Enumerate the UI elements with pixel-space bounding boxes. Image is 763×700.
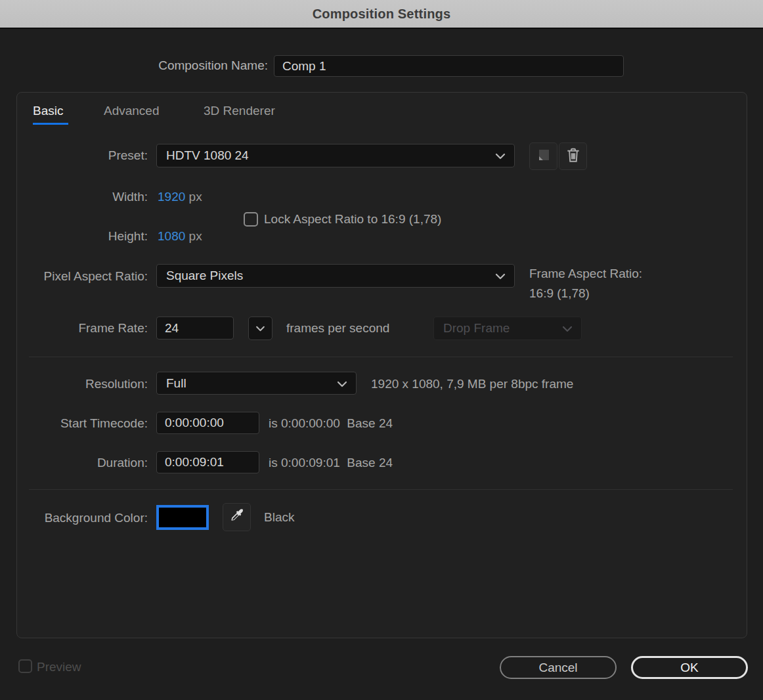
drop-frame-select: Drop Frame <box>433 317 582 340</box>
separator <box>29 357 733 357</box>
duration-label: Duration: <box>0 456 148 470</box>
separator <box>29 489 733 490</box>
ok-button[interactable]: OK <box>631 656 748 679</box>
height-value[interactable]: 1080 px <box>158 229 202 244</box>
frame-rate-input[interactable] <box>156 317 234 339</box>
start-timecode-label: Start Timecode: <box>0 416 148 431</box>
chevron-down-icon <box>337 376 347 391</box>
eyedropper-icon <box>229 508 246 527</box>
width-number[interactable]: 1920 <box>158 190 185 204</box>
frame-aspect-ratio-label: Frame Aspect Ratio: <box>529 267 642 281</box>
pixel-aspect-ratio-select[interactable]: Square Pixels <box>156 264 515 288</box>
composition-name-input[interactable] <box>274 55 624 77</box>
preset-label: Preset: <box>0 148 148 163</box>
chevron-down-icon <box>495 148 506 163</box>
delete-preset-button[interactable] <box>559 142 587 170</box>
save-preset-button[interactable] <box>529 142 557 170</box>
tab-advanced[interactable]: Advanced <box>104 104 160 118</box>
title-bar: Composition Settings <box>0 0 763 29</box>
composition-settings-dialog: Composition Settings Composition Name: B… <box>0 0 763 700</box>
width-value[interactable]: 1920 px <box>158 190 202 204</box>
resolution-label: Resolution: <box>0 377 148 391</box>
settings-panel <box>16 92 747 638</box>
dialog-title: Composition Settings <box>313 7 451 22</box>
resolution-select[interactable]: Full <box>156 372 357 395</box>
width-label: Width: <box>0 190 148 204</box>
pixel-aspect-ratio-value: Square Pixels <box>166 269 243 283</box>
start-timecode-info: is 0:00:00:00 Base 24 <box>269 416 393 431</box>
resolution-info: 1920 x 1080, 7,9 MB per 8bpc frame <box>371 377 573 391</box>
background-color-label: Background Color: <box>0 511 148 525</box>
frame-rate-dropdown-button[interactable] <box>248 317 272 340</box>
background-color-name: Black <box>264 510 294 525</box>
eyedropper-button[interactable] <box>223 503 251 531</box>
frame-aspect-ratio-value: 16:9 (1,78) <box>529 286 590 301</box>
preset-select[interactable]: HDTV 1080 24 <box>156 144 515 167</box>
lock-aspect-ratio-checkbox[interactable] <box>244 212 258 227</box>
lock-aspect-ratio-label[interactable]: Lock Aspect Ratio to 16:9 (1,78) <box>264 212 441 227</box>
ok-button-label: OK <box>680 661 698 675</box>
tab-basic[interactable]: Basic <box>33 104 63 118</box>
cancel-button[interactable]: Cancel <box>500 656 617 679</box>
active-tab-underline <box>33 123 68 125</box>
pixel-aspect-ratio-label: Pixel Aspect Ratio: <box>0 269 148 284</box>
chevron-down-icon <box>562 321 573 336</box>
chevron-down-icon <box>495 269 506 283</box>
composition-name-label: Composition Name: <box>5 58 268 73</box>
width-unit: px <box>189 190 202 204</box>
frame-rate-label: Frame Rate: <box>0 321 148 336</box>
resolution-value: Full <box>166 376 186 391</box>
trash-icon <box>565 146 581 166</box>
duration-info: is 0:00:09:01 Base 24 <box>269 456 393 470</box>
start-timecode-input[interactable] <box>156 412 259 434</box>
drop-frame-value: Drop Frame <box>443 321 510 336</box>
tab-3d-renderer[interactable]: 3D Renderer <box>204 104 275 118</box>
height-number[interactable]: 1080 <box>158 229 185 243</box>
preview-label: Preview <box>37 660 81 674</box>
background-color-swatch[interactable] <box>156 505 209 530</box>
preset-value: HDTV 1080 24 <box>166 148 249 163</box>
frames-per-second-label: frames per second <box>286 321 389 336</box>
height-label: Height: <box>0 229 148 244</box>
duration-input[interactable] <box>156 451 259 473</box>
chevron-down-icon <box>255 322 265 334</box>
preview-checkbox <box>18 659 32 673</box>
save-preset-icon <box>535 146 552 166</box>
cancel-button-label: Cancel <box>538 661 577 675</box>
height-unit: px <box>189 229 202 243</box>
